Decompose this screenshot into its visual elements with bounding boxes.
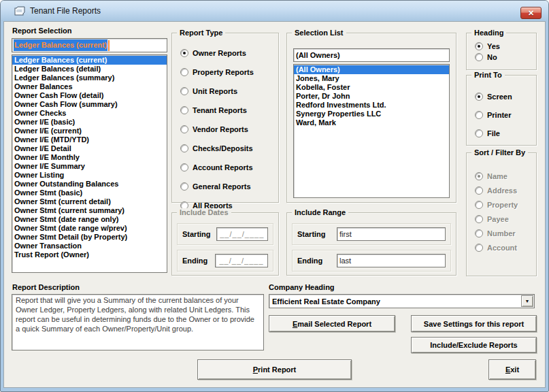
radio-option-file[interactable]: File <box>475 129 536 137</box>
list-item[interactable]: Redford Investments Ltd. <box>294 101 449 110</box>
company-heading-select[interactable]: Efficient Real Estate Company ▼ <box>269 294 535 308</box>
list-item[interactable]: Owner Stmt Detail (by Property) <box>12 233 167 242</box>
list-item[interactable]: Porter, Dr John <box>294 92 449 101</box>
list-item[interactable]: Owner Stmt (current detail) <box>12 197 167 206</box>
report-selection-list[interactable]: Ledger Balances (current)Ledger Balances… <box>12 54 167 273</box>
list-item[interactable]: Synergy Properties LLC <box>294 110 449 118</box>
radio-icon <box>180 144 188 152</box>
radio-option-account: Account <box>475 243 536 252</box>
list-item[interactable]: Owner Balances <box>12 82 167 91</box>
list-item[interactable]: Owner I/E (current) <box>12 127 167 135</box>
list-item[interactable]: Owner Outstanding Balances <box>12 180 167 189</box>
radio-option-label: Tenant Reports <box>193 106 247 114</box>
include-dates-starting-row: Starting __/__/____ <box>177 223 273 245</box>
range-ending-input[interactable]: last <box>337 254 446 267</box>
email-selected-report-button[interactable]: Email Selected Report <box>269 315 395 332</box>
owners-list[interactable]: (All Owners)Jones, MaryKobella, FosterPo… <box>293 64 450 198</box>
radio-icon <box>475 93 483 101</box>
include-exclude-reports-button[interactable]: Include/Exclude Reports <box>411 337 537 353</box>
report-description-label: Report Description <box>12 283 80 291</box>
radio-icon <box>475 186 483 195</box>
radio-icon <box>180 68 188 76</box>
include-range-starting-row: Starting first <box>292 223 451 245</box>
list-item[interactable]: Trust Report (Owner) <box>12 250 167 259</box>
list-item[interactable]: Owner I/E (MTD/YTD) <box>12 135 167 144</box>
radio-option-label: Yes <box>487 42 500 50</box>
radio-option-number: Number <box>475 229 536 238</box>
list-item[interactable]: Owner Transaction <box>12 242 167 250</box>
list-item[interactable]: Owner Stmt (date range only) <box>12 215 167 224</box>
radio-option-property-reports[interactable]: Property Reports <box>180 67 278 76</box>
print-report-button[interactable]: Print Report <box>197 359 352 380</box>
selection-list-input[interactable]: (All Owners) <box>293 48 450 62</box>
dropdown-button[interactable]: ▼ <box>521 295 533 307</box>
list-item[interactable]: Kobella, Foster <box>294 83 449 92</box>
list-item[interactable]: Ward, Mark <box>294 118 449 127</box>
radio-option-owner-reports[interactable]: Owner Reports <box>180 48 278 57</box>
radio-icon <box>180 106 188 114</box>
radio-option-checks-deposits[interactable]: Checks/Deposits <box>180 144 278 152</box>
list-item[interactable]: Jones, Mary <box>294 74 449 83</box>
report-selection-input[interactable]: Ledger Balances (current) <box>12 38 167 52</box>
radio-icon <box>475 172 483 180</box>
radio-option-label: Unit Reports <box>193 87 237 95</box>
include-dates-ending-row: Ending __/__/____ <box>177 250 273 272</box>
radio-icon <box>475 129 483 137</box>
radio-option-yes[interactable]: Yes <box>475 42 536 50</box>
list-item[interactable]: Owner Cash Flow (summary) <box>12 100 167 109</box>
radio-option-label: Printer <box>487 111 511 119</box>
close-button[interactable]: ✕ <box>520 7 542 19</box>
radio-option-vendor-reports[interactable]: Vendor Reports <box>180 125 278 133</box>
radio-option-label: Property <box>487 201 518 209</box>
include-range-ending-row: Ending last <box>292 250 451 272</box>
selection-list-legend: Selection List <box>292 29 346 37</box>
save-settings-button[interactable]: Save Settings for this report <box>411 315 537 332</box>
radio-option-label: No <box>487 53 497 61</box>
radio-option-unit-reports[interactable]: Unit Reports <box>180 86 278 95</box>
radio-icon <box>475 229 483 238</box>
text-caret-icon <box>108 40 110 51</box>
radio-option-screen[interactable]: Screen <box>475 92 536 101</box>
list-item[interactable]: Ledger Balances (current) <box>12 56 167 65</box>
title-bar[interactable]: Tenant File Reports ✕ <box>1 1 548 21</box>
heading-radios: YesNo <box>467 33 536 63</box>
list-item[interactable]: Ledger Balances (detail) <box>12 65 167 74</box>
list-item[interactable]: (All Owners) <box>294 65 449 74</box>
sort-filter-by-group: Sort / Filter By NameAddressPropertyPaye… <box>466 152 537 276</box>
include-range-legend: Include Range <box>292 208 348 216</box>
company-heading-value: Efficient Real Estate Company <box>269 297 521 306</box>
radio-option-no[interactable]: No <box>475 52 536 61</box>
radio-option-label: Vendor Reports <box>193 125 248 133</box>
range-starting-input[interactable]: first <box>337 227 446 241</box>
ending-label: Ending <box>182 257 207 265</box>
list-item[interactable]: Owner Stmt (current summary) <box>12 206 167 215</box>
list-item[interactable]: Owner Stmt (basic) <box>12 189 167 197</box>
radio-icon <box>180 87 188 95</box>
radio-option-account-reports[interactable]: Account Reports <box>180 163 278 172</box>
radio-option-printer[interactable]: Printer <box>475 110 536 119</box>
list-item[interactable]: Owner Listing <box>12 171 167 180</box>
radio-icon <box>475 42 483 50</box>
range-starting-label: Starting <box>297 230 331 238</box>
chevron-down-icon: ▼ <box>525 299 530 304</box>
list-item[interactable]: Owner Stmt (date range w/prev) <box>12 224 167 233</box>
range-starting-value: first <box>339 230 352 238</box>
list-item[interactable]: Owner I/E Detail <box>12 144 167 153</box>
tenant-file-reports-window: Tenant File Reports ✕ Report Selection L… <box>0 0 549 392</box>
ending-date-input[interactable]: __/__/____ <box>215 254 268 267</box>
list-item[interactable]: Owner I/E (basic) <box>12 118 167 127</box>
radio-icon <box>180 49 188 57</box>
sort-filter-by-radios: NameAddressPropertyPayeeNumberAccount <box>467 153 536 257</box>
list-item[interactable]: Owner I/E Monthly <box>12 153 167 162</box>
radio-option-tenant-reports[interactable]: Tenant Reports <box>180 105 278 114</box>
starting-date-input[interactable]: __/__/____ <box>216 227 268 241</box>
list-item[interactable]: Ledger Balances (summary) <box>12 74 167 82</box>
heading-group: Heading YesNo <box>466 33 537 70</box>
starting-date-mask: __/__/____ <box>220 230 264 238</box>
list-item[interactable]: Owner Checks <box>12 109 167 118</box>
report-selection-selected-text: Ledger Balances (current) <box>14 39 107 51</box>
radio-option-general-reports[interactable]: General Reports <box>180 182 278 191</box>
list-item[interactable]: Owner I/E Summary <box>12 162 167 171</box>
exit-button[interactable]: Exit <box>488 359 536 380</box>
list-item[interactable]: Owner Cash Flow (detail) <box>12 91 167 100</box>
